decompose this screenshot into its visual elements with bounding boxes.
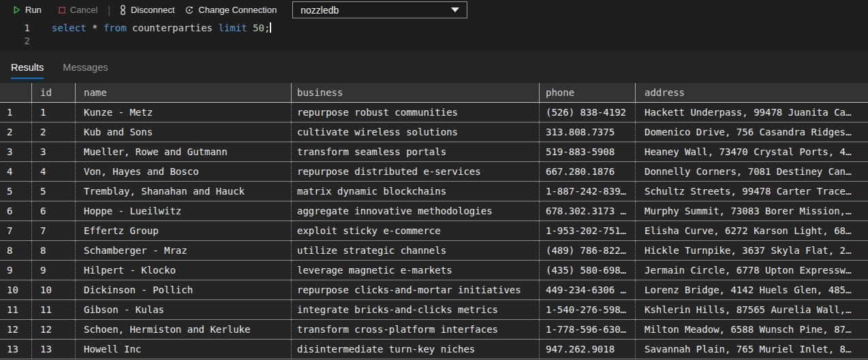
cell-name[interactable]: Von, Hayes and Bosco [75,162,291,181]
cell-phone[interactable]: 1-540-276-598… [539,300,635,319]
cell-phone[interactable]: 449-234-6306 … [539,280,635,299]
cell-id[interactable]: 3 [31,142,75,161]
cell-id[interactable]: 12 [31,320,75,339]
cell-address[interactable]: Domenico Drive, 756 Casandra Ridges… [635,122,868,142]
cell-id[interactable]: 7 [31,221,75,240]
cell-address[interactable]: Murphy Summit, 73083 Borer Mission,… [635,201,868,220]
cell-business[interactable]: repurpose robust communities [291,103,539,122]
cell-phone[interactable]: 313.808.7375 [539,122,635,142]
editor-line-2[interactable]: 2 [0,35,868,48]
cell-id[interactable]: 9 [31,261,75,280]
cell-address[interactable]: Heaney Wall, 73470 Crystal Ports, 4… [635,142,868,161]
cell-name[interactable]: Tremblay, Shanahan and Hauck [75,182,291,201]
cell-id[interactable]: 11 [31,300,75,319]
cell-id[interactable]: 13 [31,340,75,359]
column-header-phone[interactable]: phone [539,83,635,102]
cell-name[interactable]: Mueller, Rowe and Gutmann [75,142,291,161]
cell-business[interactable]: transform cross-platform interfaces [291,320,539,339]
cell-address[interactable]: Elisha Curve, 6272 Karson Light, 68… [635,221,868,240]
cell-id[interactable]: 5 [31,182,75,201]
change-connection-button[interactable]: Change Connection [185,5,277,15]
cell-address[interactable]: Hickle Turnpike, 3637 Skyla Flat, 2… [635,241,868,260]
cell-address[interactable]: Milton Meadow, 6588 Wunsch Pine, 87… [635,320,868,339]
disconnect-button[interactable]: Disconnect [119,5,174,15]
cell-name[interactable]: Howell Inc [75,340,291,359]
cell-address[interactable]: Lorenz Bridge, 4142 Huels Glen, 485… [635,280,868,299]
cell-business[interactable]: transform seamless portals [291,142,539,161]
cell-rownum[interactable]: 4 [0,162,31,181]
cell-name[interactable]: Effertz Group [75,221,291,240]
cell-phone[interactable]: 1-778-596-630… [539,320,635,339]
column-header-id[interactable]: id [31,83,75,102]
cell-business[interactable]: leverage magnetic e-markets [291,261,539,280]
cell-rownum[interactable]: 12 [0,320,31,339]
cell-rownum[interactable]: 11 [0,300,31,319]
cell-phone[interactable]: 1-953-202-751… [539,221,635,240]
tab-results[interactable]: Results [11,62,44,79]
sql-token: limit [218,22,247,33]
cell-phone[interactable]: 519-883-5908 [539,142,635,161]
table-row: 99Hilpert - Klockoleverage magnetic e-ma… [0,261,868,280]
cell-business[interactable]: cultivate wireless solutions [291,122,539,142]
cell-address[interactable]: Jermain Circle, 6778 Upton Expressw… [635,261,868,280]
cell-name[interactable]: Hoppe - Lueilwitz [75,201,291,220]
column-header-address[interactable]: address [635,83,868,102]
sql-statement[interactable]: select * from counterparties limit 50; [30,22,271,35]
cell-rownum[interactable]: 13 [0,340,31,359]
cell-business[interactable]: repurpose distributed e-services [291,162,539,181]
cell-address[interactable]: Hackett Underpass, 99478 Juanita Ca… [635,103,868,122]
cell-rownum[interactable]: 8 [0,241,31,260]
sql-token: * [87,22,104,33]
cell-id[interactable]: 1 [31,103,75,122]
cell-name[interactable]: Kunze - Metz [75,103,291,122]
connection-dropdown[interactable]: nozzledb [292,1,467,18]
sql-editor[interactable]: 1 select * from counterparties limit 50;… [0,22,868,48]
cell-rownum[interactable]: 5 [0,182,31,201]
cell-name[interactable]: Hilpert - Klocko [75,261,291,280]
cell-phone[interactable]: (435) 580-698… [539,261,635,280]
column-header-rownum[interactable] [0,83,31,102]
cell-business[interactable]: matrix dynamic blockchains [291,182,539,201]
cell-rownum[interactable]: 10 [0,280,31,299]
cell-id[interactable]: 6 [31,201,75,220]
cell-id[interactable]: 4 [31,162,75,181]
cell-business[interactable]: integrate bricks-and-clicks metrics [291,300,539,319]
cell-business[interactable]: utilize strategic channels [291,241,539,260]
cell-rownum[interactable]: 3 [0,142,31,161]
cell-name[interactable]: Dickinson - Pollich [75,280,291,299]
cell-phone[interactable]: (526) 838-4192 [539,103,635,122]
cell-business[interactable]: exploit sticky e-commerce [291,221,539,240]
cell-id[interactable]: 8 [31,241,75,260]
cancel-button[interactable]: Cancel [58,5,97,15]
cell-rownum[interactable]: 1 [0,103,31,122]
cell-phone[interactable]: 947.262.9018 [539,340,635,359]
column-header-name[interactable]: name [75,83,291,102]
text-cursor [270,22,271,33]
cell-address[interactable]: Savannah Plain, 765 Muriel Inlet, 8… [635,340,868,359]
cell-rownum[interactable]: 9 [0,261,31,280]
cell-address[interactable]: Kshlerin Hills, 87565 Aurelia Wall,… [635,300,868,319]
sql-token: counterparties [127,22,219,33]
cell-id[interactable]: 2 [31,122,75,142]
cell-phone[interactable]: 667.280.1876 [539,162,635,181]
cell-phone[interactable]: 1-887-242-839… [539,182,635,201]
column-header-business[interactable]: business [291,83,539,102]
cell-id[interactable]: 10 [31,280,75,299]
cell-name[interactable]: Schamberger - Mraz [75,241,291,260]
cell-phone[interactable]: (489) 786-822… [539,241,635,260]
tab-messages[interactable]: Messages [63,62,108,79]
cell-business[interactable]: repurpose clicks-and-mortar initiatives [291,280,539,299]
cell-address[interactable]: Schultz Streets, 99478 Carter Trace… [635,182,868,201]
run-button[interactable]: Run [12,5,42,15]
cell-rownum[interactable]: 2 [0,122,31,142]
cell-business[interactable]: aggregate innovative methodologies [291,201,539,220]
cell-rownum[interactable]: 7 [0,221,31,240]
editor-line-1[interactable]: 1 select * from counterparties limit 50; [0,22,868,35]
cell-name[interactable]: Kub and Sons [75,122,291,142]
cell-business[interactable]: disintermediate turn-key niches [291,340,539,359]
cell-name[interactable]: Gibson - Kulas [75,300,291,319]
cell-rownum[interactable]: 6 [0,201,31,220]
cell-phone[interactable]: 678.302.3173 … [539,201,635,220]
cell-name[interactable]: Schoen, Hermiston and Kerluke [75,320,291,339]
cell-address[interactable]: Donnelly Corners, 7081 Destiney Can… [635,162,868,181]
